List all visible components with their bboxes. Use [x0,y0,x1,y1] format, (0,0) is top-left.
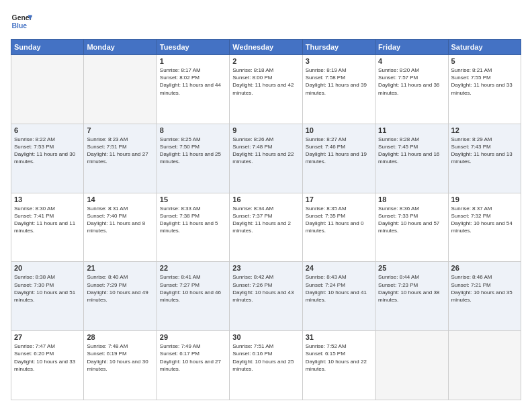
calendar-cell: 13Sunrise: 8:30 AM Sunset: 7:41 PM Dayli… [11,193,84,262]
day-number: 22 [160,264,226,272]
day-number: 20 [14,264,81,272]
week-row-5: 27Sunrise: 7:47 AM Sunset: 6:20 PM Dayli… [11,331,521,400]
day-content: Sunrise: 8:17 AM Sunset: 8:02 PM Dayligh… [160,66,226,97]
calendar-cell: 21Sunrise: 8:40 AM Sunset: 7:29 PM Dayli… [84,262,157,331]
calendar-cell: 15Sunrise: 8:33 AM Sunset: 7:38 PM Dayli… [157,193,229,262]
page: General Blue SundayMondayTuesdayWednesda… [0,0,532,411]
calendar-cell: 12Sunrise: 8:29 AM Sunset: 7:43 PM Dayli… [448,124,521,193]
calendar-cell: 27Sunrise: 7:47 AM Sunset: 6:20 PM Dayli… [11,331,84,400]
calendar-cell: 22Sunrise: 8:41 AM Sunset: 7:27 PM Dayli… [157,262,229,331]
day-content: Sunrise: 8:41 AM Sunset: 7:27 PM Dayligh… [160,273,226,304]
day-content: Sunrise: 8:20 AM Sunset: 7:57 PM Dayligh… [378,66,445,97]
calendar-cell [448,331,521,400]
day-number: 14 [87,195,153,203]
calendar-cell: 19Sunrise: 8:37 AM Sunset: 7:32 PM Dayli… [448,193,521,262]
day-content: Sunrise: 8:28 AM Sunset: 7:45 PM Dayligh… [378,136,445,166]
day-number: 1 [160,57,226,65]
day-number: 10 [306,126,372,134]
day-number: 21 [87,264,153,272]
day-content: Sunrise: 8:37 AM Sunset: 7:32 PM Dayligh… [451,205,518,235]
day-number: 17 [306,195,372,203]
calendar-cell: 2Sunrise: 8:18 AM Sunset: 8:00 PM Daylig… [230,55,302,124]
calendar-cell: 14Sunrise: 8:31 AM Sunset: 7:40 PM Dayli… [84,193,157,262]
calendar-cell: 30Sunrise: 7:51 AM Sunset: 6:16 PM Dayli… [230,331,302,400]
week-row-4: 20Sunrise: 8:38 AM Sunset: 7:30 PM Dayli… [11,262,521,331]
calendar-cell: 5Sunrise: 8:21 AM Sunset: 7:55 PM Daylig… [448,55,521,124]
day-content: Sunrise: 8:35 AM Sunset: 7:35 PM Dayligh… [306,205,372,235]
calendar-cell [11,55,84,124]
week-row-1: 1Sunrise: 8:17 AM Sunset: 8:02 PM Daylig… [11,55,521,124]
day-number: 3 [306,57,372,65]
calendar-cell: 23Sunrise: 8:42 AM Sunset: 7:26 PM Dayli… [230,262,302,331]
calendar-cell [84,55,157,124]
day-content: Sunrise: 8:46 AM Sunset: 7:21 PM Dayligh… [451,273,518,304]
calendar-cell: 18Sunrise: 8:36 AM Sunset: 7:33 PM Dayli… [375,193,448,262]
day-number: 15 [160,195,226,203]
day-number: 12 [451,126,518,134]
day-content: Sunrise: 8:33 AM Sunset: 7:38 PM Dayligh… [160,205,226,235]
day-content: Sunrise: 8:30 AM Sunset: 7:41 PM Dayligh… [14,205,81,235]
day-number: 2 [232,57,299,65]
day-number: 8 [160,126,226,134]
weekday-header-monday: Monday [84,40,157,55]
weekday-header-wednesday: Wednesday [230,40,302,55]
day-content: Sunrise: 8:18 AM Sunset: 8:00 PM Dayligh… [232,66,299,97]
calendar-cell: 7Sunrise: 8:23 AM Sunset: 7:51 PM Daylig… [84,124,157,193]
calendar-cell: 11Sunrise: 8:28 AM Sunset: 7:45 PM Dayli… [375,124,448,193]
calendar-cell: 26Sunrise: 8:46 AM Sunset: 7:21 PM Dayli… [448,262,521,331]
calendar-cell: 9Sunrise: 8:26 AM Sunset: 7:48 PM Daylig… [230,124,302,193]
calendar-cell: 17Sunrise: 8:35 AM Sunset: 7:35 PM Dayli… [302,193,375,262]
logo-icon: General Blue [11,11,32,32]
day-number: 19 [451,195,518,203]
day-content: Sunrise: 8:26 AM Sunset: 7:48 PM Dayligh… [232,136,299,166]
day-number: 30 [232,333,299,341]
day-content: Sunrise: 8:21 AM Sunset: 7:55 PM Dayligh… [451,66,518,97]
day-content: Sunrise: 8:27 AM Sunset: 7:46 PM Dayligh… [306,136,372,166]
header: General Blue [11,11,521,32]
day-content: Sunrise: 7:51 AM Sunset: 6:16 PM Dayligh… [232,342,299,373]
calendar-cell: 16Sunrise: 8:34 AM Sunset: 7:37 PM Dayli… [230,193,302,262]
day-content: Sunrise: 8:42 AM Sunset: 7:26 PM Dayligh… [232,273,299,304]
weekday-header-sunday: Sunday [11,40,84,55]
calendar-cell: 10Sunrise: 8:27 AM Sunset: 7:46 PM Dayli… [302,124,375,193]
day-number: 16 [232,195,299,203]
day-content: Sunrise: 8:40 AM Sunset: 7:29 PM Dayligh… [87,273,153,304]
calendar-cell: 4Sunrise: 8:20 AM Sunset: 7:57 PM Daylig… [375,55,448,124]
calendar-cell: 20Sunrise: 8:38 AM Sunset: 7:30 PM Dayli… [11,262,84,331]
day-number: 25 [378,264,445,272]
calendar-cell: 6Sunrise: 8:22 AM Sunset: 7:53 PM Daylig… [11,124,84,193]
calendar-cell: 24Sunrise: 8:43 AM Sunset: 7:24 PM Dayli… [302,262,375,331]
day-number: 31 [306,333,372,341]
day-number: 9 [232,126,299,134]
calendar-cell: 8Sunrise: 8:25 AM Sunset: 7:50 PM Daylig… [157,124,229,193]
day-number: 26 [451,264,518,272]
day-number: 6 [14,126,81,134]
svg-text:Blue: Blue [12,22,28,30]
day-content: Sunrise: 7:49 AM Sunset: 6:17 PM Dayligh… [160,342,226,373]
day-content: Sunrise: 7:48 AM Sunset: 6:19 PM Dayligh… [87,342,153,373]
day-number: 24 [306,264,372,272]
day-number: 28 [87,333,153,341]
day-content: Sunrise: 8:38 AM Sunset: 7:30 PM Dayligh… [14,273,81,304]
day-content: Sunrise: 7:52 AM Sunset: 6:15 PM Dayligh… [306,342,372,373]
day-content: Sunrise: 7:47 AM Sunset: 6:20 PM Dayligh… [14,342,81,373]
calendar-cell: 25Sunrise: 8:44 AM Sunset: 7:23 PM Dayli… [375,262,448,331]
calendar-cell [375,331,448,400]
day-number: 4 [378,57,445,65]
day-content: Sunrise: 8:19 AM Sunset: 7:58 PM Dayligh… [306,66,372,97]
calendar-cell: 1Sunrise: 8:17 AM Sunset: 8:02 PM Daylig… [157,55,229,124]
calendar-table: SundayMondayTuesdayWednesdayThursdayFrid… [11,39,521,400]
day-number: 5 [451,57,518,65]
day-content: Sunrise: 8:25 AM Sunset: 7:50 PM Dayligh… [160,136,226,166]
weekday-header-saturday: Saturday [448,40,521,55]
day-number: 13 [14,195,81,203]
day-content: Sunrise: 8:23 AM Sunset: 7:51 PM Dayligh… [87,136,153,166]
weekday-header-row: SundayMondayTuesdayWednesdayThursdayFrid… [11,40,521,55]
day-content: Sunrise: 8:36 AM Sunset: 7:33 PM Dayligh… [378,205,445,235]
day-number: 29 [160,333,226,341]
calendar-cell: 31Sunrise: 7:52 AM Sunset: 6:15 PM Dayli… [302,331,375,400]
day-number: 11 [378,126,445,134]
calendar-cell: 28Sunrise: 7:48 AM Sunset: 6:19 PM Dayli… [84,331,157,400]
day-number: 18 [378,195,445,203]
weekday-header-thursday: Thursday [302,40,375,55]
